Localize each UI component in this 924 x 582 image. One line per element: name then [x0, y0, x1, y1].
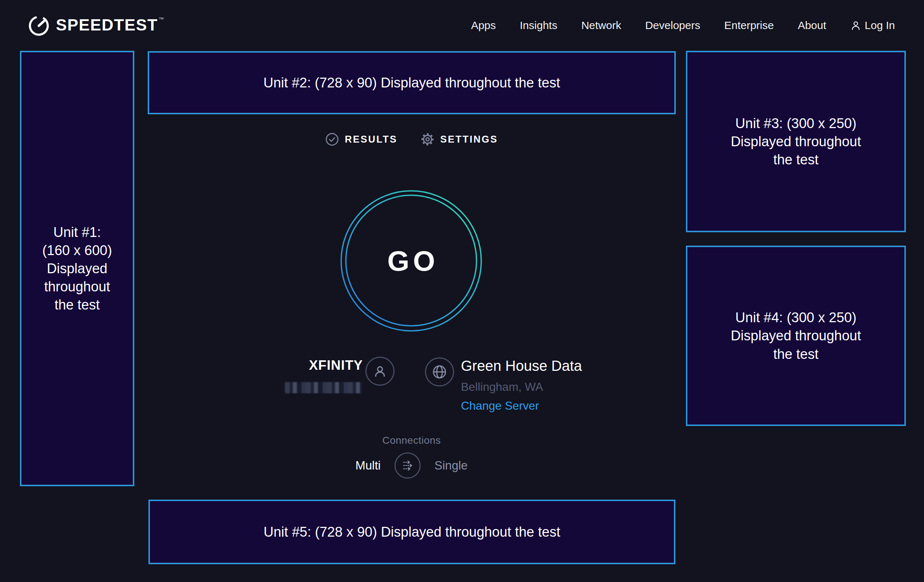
ad-unit-5[interactable]: Unit #5: (728 x 90) Displayed throughout…: [148, 500, 675, 564]
isp-ip-redacted: [285, 382, 362, 393]
change-server-link[interactable]: Change Server: [461, 399, 539, 412]
ad-unit-1[interactable]: Unit #1: (160 x 600) Displayed throughou…: [20, 51, 134, 486]
login-label: Log In: [865, 19, 895, 31]
go-button[interactable]: GO: [340, 190, 483, 332]
nav-enterprise[interactable]: Enterprise: [724, 19, 774, 31]
ad-unit-2-text: Unit #2: (728 x 90) Displayed throughout…: [264, 74, 560, 92]
ad-unit-5-text: Unit #5: (728 x 90) Displayed throughout…: [264, 523, 560, 541]
globe-icon: [432, 364, 447, 380]
ad-unit-3-text: Unit #3: (300 x 250) Displayed throughou…: [731, 114, 861, 169]
ad-unit-3[interactable]: Unit #3: (300 x 250) Displayed throughou…: [686, 51, 906, 232]
connections-multi-option[interactable]: Multi: [355, 458, 381, 472]
connections-label: Connections: [147, 435, 676, 446]
isp-name: XFINITY: [232, 358, 363, 373]
connections-single-option[interactable]: Single: [434, 458, 468, 472]
nav-apps[interactable]: Apps: [471, 19, 496, 31]
isp-icon-circle[interactable]: [365, 357, 394, 386]
user-icon: [850, 20, 861, 31]
header: SPEEDTEST™ Apps Insights Network Develop…: [0, 0, 924, 51]
ad-unit-4[interactable]: Unit #4: (300 x 250) Displayed throughou…: [686, 246, 906, 426]
connections-toggle-row: Multi Single: [147, 452, 676, 478]
nav-developers[interactable]: Developers: [645, 19, 700, 31]
tab-results-label: RESULTS: [345, 134, 398, 145]
ad-unit-4-text: Unit #4: (300 x 250) Displayed throughou…: [731, 308, 861, 363]
nav-network[interactable]: Network: [581, 19, 621, 31]
tab-settings[interactable]: SETTINGS: [421, 132, 498, 146]
gauge-icon: [28, 15, 50, 37]
login-button[interactable]: Log In: [850, 19, 895, 31]
multi-connection-icon: [399, 457, 416, 474]
nav-insights[interactable]: Insights: [520, 19, 557, 31]
speedtest-logo[interactable]: SPEEDTEST™: [28, 14, 164, 37]
view-tabs: RESULTS SETTINGS: [147, 129, 676, 150]
logo-trademark: ™: [158, 16, 164, 22]
server-icon-circle[interactable]: [425, 358, 454, 386]
top-nav: Apps Insights Network Developers Enterpr…: [471, 19, 895, 31]
check-circle-icon: [325, 132, 339, 146]
go-label: GO: [340, 190, 483, 332]
gear-icon: [421, 132, 434, 146]
tab-settings-label: SETTINGS: [440, 134, 498, 145]
tab-results[interactable]: RESULTS: [325, 132, 398, 146]
logo-text: SPEEDTEST: [56, 16, 158, 34]
connections-toggle[interactable]: [394, 452, 421, 478]
server-name: Green House Data: [461, 358, 582, 374]
server-location: Bellingham, WA: [461, 380, 543, 394]
ad-unit-2[interactable]: Unit #2: (728 x 90) Displayed throughout…: [148, 51, 676, 114]
nav-about[interactable]: About: [798, 19, 826, 31]
ad-unit-1-text: Unit #1: (160 x 600) Displayed throughou…: [42, 223, 112, 314]
person-icon: [372, 363, 388, 379]
